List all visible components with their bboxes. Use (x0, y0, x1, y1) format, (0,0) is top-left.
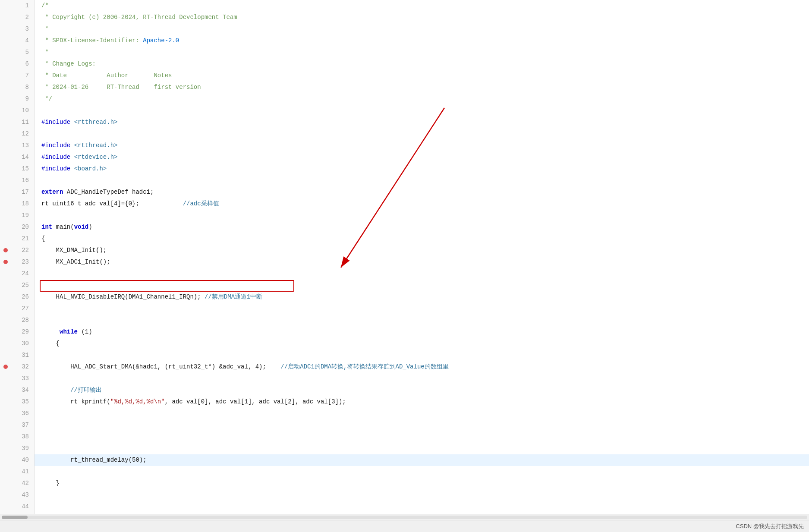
code-line-12 (35, 128, 809, 140)
code-line-43 (35, 489, 809, 501)
code-line-2: * Copyright (c) 2006-2024, RT-Thread Dev… (35, 12, 809, 23)
ln-21: 21 (0, 233, 34, 245)
horizontal-scrollbar[interactable] (0, 514, 809, 520)
ln-28: 28 (0, 315, 34, 326)
code-line-40: rt_thread_mdelay(50); (35, 454, 809, 466)
code-line-31 (35, 349, 809, 361)
code-line-34: //打印输出 (35, 384, 809, 396)
code-line-32: HAL_ADC_Start_DMA(&hadc1, (rt_uint32_t*)… (35, 361, 809, 373)
code-line-41 (35, 466, 809, 478)
editor-container: 1 2 3 4 5 6 7 8 9 10 11 12 13 14 15 16 1… (0, 0, 809, 532)
code-line-15: #include <board.h> (35, 163, 809, 175)
code-line-30: { (35, 338, 809, 349)
code-line-42: } (35, 478, 809, 489)
ln-19: 19 (0, 210, 34, 221)
code-line-35: rt_kprintf("%d,%d,%d,%d\n", adc_val[0], … (35, 396, 809, 408)
ln-4: 4 (0, 35, 34, 47)
code-line-3: * (35, 23, 809, 35)
code-line-29: while (1) (35, 326, 809, 338)
ln-25: 25 (0, 280, 34, 291)
status-bar: CSDN @我先去打把游戏先 (0, 520, 809, 532)
code-line-44 (35, 501, 809, 513)
code-area: 1 2 3 4 5 6 7 8 9 10 11 12 13 14 15 16 1… (0, 0, 809, 514)
ln-32: 32 (0, 361, 34, 373)
code-line-38 (35, 431, 809, 443)
code-line-1: /* (35, 0, 809, 12)
code-line-28 (35, 315, 809, 326)
code-line-26: HAL_NVIC_DisableIRQ(DMA1_Channel1_IRQn);… (35, 291, 809, 303)
code-line-9: */ (35, 93, 809, 105)
scrollbar-thumb[interactable] (2, 516, 28, 519)
ln-37: 37 (0, 419, 34, 431)
ln-18: 18 (0, 198, 34, 210)
code-line-33 (35, 373, 809, 384)
author-label: CSDN @我先去打把游戏先 (736, 523, 804, 530)
code-line-20: int main(void) (35, 221, 809, 233)
ln-44: 44 (0, 501, 34, 513)
ln-43: 43 (0, 489, 34, 501)
code-line-4: * SPDX-License-Identifier: Apache-2.0 (35, 35, 809, 47)
scrollbar-track[interactable] (2, 516, 807, 519)
code-line-16 (35, 175, 809, 186)
code-line-19 (35, 210, 809, 221)
ln-3: 3 (0, 23, 34, 35)
code-line-10 (35, 105, 809, 116)
ln-15: 15 (0, 163, 34, 175)
ln-10: 10 (0, 105, 34, 116)
code-line-24 (35, 268, 809, 280)
code-line-5: * (35, 47, 809, 58)
code-line-23: MX_ADC1_Init(); (35, 256, 809, 268)
ln-34: 34 (0, 384, 34, 396)
ln-36: 36 (0, 408, 34, 419)
ln-14: 14 (0, 151, 34, 163)
code-line-14: #include <rtdevice.h> (35, 151, 809, 163)
ln-27: 27 (0, 303, 34, 315)
code-line-36 (35, 408, 809, 419)
ln-8: 8 (0, 82, 34, 93)
code-line-39 (35, 443, 809, 454)
ln-24: 24 (0, 268, 34, 280)
code-line-13: #include <rtthread.h> (35, 140, 809, 151)
line-numbers: 1 2 3 4 5 6 7 8 9 10 11 12 13 14 15 16 1… (0, 0, 35, 514)
ln-41: 41 (0, 466, 34, 478)
ln-17: 17 (0, 186, 34, 198)
code-line-7: * Date Author Notes (35, 70, 809, 82)
code-line-8: * 2024-01-26 RT-Thread first version (35, 82, 809, 93)
ln-1: 1 (0, 0, 34, 12)
ln-23: 23 (0, 256, 34, 268)
code-line-25 (35, 280, 809, 291)
ln-35: 35 (0, 396, 34, 408)
code-line-17: extern ADC_HandleTypeDef hadc1; (35, 186, 809, 198)
ln-20: 20 (0, 221, 34, 233)
ln-22: 22 (0, 245, 34, 256)
ln-40: 40 (0, 454, 34, 466)
code-line-18: rt_uint16_t adc_val[4]={0}; //adc采样值 (35, 198, 809, 210)
ln-30: 30 (0, 338, 34, 349)
code-line-22: MX_DMA_Init(); (35, 245, 809, 256)
ln-31: 31 (0, 349, 34, 361)
code-line-21: { (35, 233, 809, 245)
ln-16: 16 (0, 175, 34, 186)
ln-29: 29 (0, 326, 34, 338)
ln-39: 39 (0, 443, 34, 454)
ln-42: 42 (0, 478, 34, 489)
ln-9: 9 (0, 93, 34, 105)
code-line-6: * Change Logs: (35, 58, 809, 70)
code-line-11: #include <rtthread.h> (35, 116, 809, 128)
ln-6: 6 (0, 58, 34, 70)
ln-13: 13 (0, 140, 34, 151)
ln-26: 26 (0, 291, 34, 303)
ln-2: 2 (0, 12, 34, 23)
ln-12: 12 (0, 128, 34, 140)
code-line-27 (35, 303, 809, 315)
ln-38: 38 (0, 431, 34, 443)
ln-5: 5 (0, 47, 34, 58)
ln-11: 11 (0, 116, 34, 128)
code-line-37 (35, 419, 809, 431)
ln-7: 7 (0, 70, 34, 82)
code-content[interactable]: /* * Copyright (c) 2006-2024, RT-Thread … (35, 0, 809, 514)
ln-33: 33 (0, 373, 34, 384)
